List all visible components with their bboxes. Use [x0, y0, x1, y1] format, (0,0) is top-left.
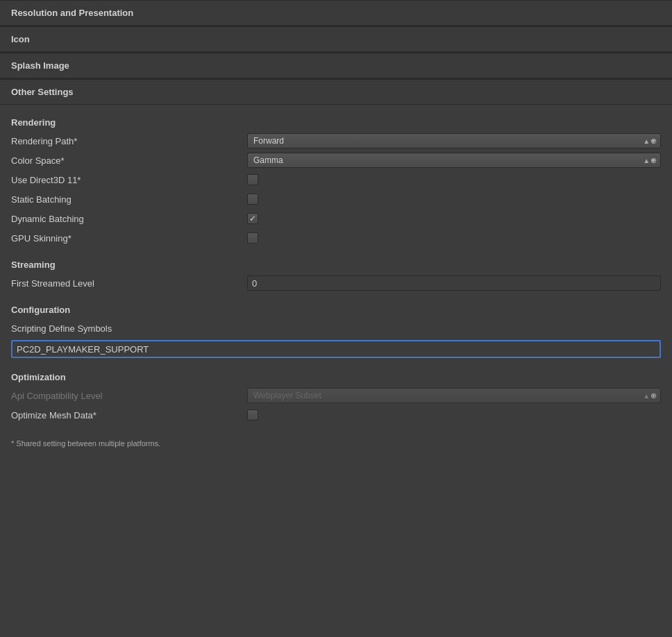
use-direct3d11-row: Use Direct3D 11* — [11, 172, 661, 187]
footnote: * Shared setting between multiple platfo… — [11, 439, 661, 448]
first-streamed-level-control — [247, 275, 661, 291]
splash-image-section-header[interactable]: Splash Image — [0, 53, 672, 78]
splash-image-title: Splash Image — [11, 60, 69, 71]
api-compatibility-level-label: Api Compatibility Level — [11, 391, 247, 401]
gpu-skinning-checkbox[interactable] — [247, 232, 258, 244]
resolution-section-header[interactable]: Resolution and Presentation — [0, 0, 672, 26]
static-batching-checkbox[interactable] — [247, 194, 258, 205]
api-compatibility-level-select[interactable]: Webplayer Subset .NET 2.0 .NET 2.0 Subse… — [247, 388, 661, 403]
icon-title: Icon — [11, 34, 30, 44]
optimize-mesh-data-control — [247, 409, 661, 421]
dynamic-batching-control: ✓ — [247, 213, 661, 224]
color-space-label: Color Space* — [11, 155, 247, 166]
first-streamed-level-input[interactable] — [247, 275, 661, 291]
use-direct3d11-control — [247, 174, 661, 185]
first-streamed-level-label: First Streamed Level — [11, 278, 247, 289]
static-batching-label: Static Batching — [11, 194, 247, 205]
icon-section-header[interactable]: Icon — [0, 26, 672, 52]
configuration-section-title: Configuration — [11, 305, 661, 315]
color-space-select-wrapper: Gamma Linear ▲▼ — [247, 153, 661, 168]
dynamic-batching-row: Dynamic Batching ✓ — [11, 211, 661, 226]
gpu-skinning-control — [247, 232, 661, 244]
optimize-mesh-data-checkbox[interactable] — [247, 409, 258, 421]
scripting-define-symbols-control — [11, 340, 661, 358]
static-batching-row: Static Batching — [11, 192, 661, 207]
use-direct3d11-label: Use Direct3D 11* — [11, 175, 247, 185]
api-compatibility-level-row: Api Compatibility Level Webplayer Subset… — [11, 388, 661, 403]
scripting-define-symbols-label: Scripting Define Symbols — [11, 323, 247, 334]
dynamic-batching-label: Dynamic Batching — [11, 214, 247, 224]
rendering-path-control: Forward Deferred Legacy Vertex Lit Legac… — [247, 133, 661, 148]
optimize-mesh-data-row: Optimize Mesh Data* — [11, 407, 661, 423]
optimization-section-title: Optimization — [11, 372, 661, 382]
gpu-skinning-label: GPU Skinning* — [11, 233, 247, 244]
other-settings-section-header[interactable]: Other Settings — [0, 79, 672, 105]
checkmark-icon: ✓ — [249, 214, 256, 223]
rendering-path-select[interactable]: Forward Deferred Legacy Vertex Lit Legac… — [247, 133, 661, 148]
rendering-section-title: Rendering — [11, 117, 661, 128]
resolution-title: Resolution and Presentation — [11, 8, 133, 18]
rendering-path-row: Rendering Path* Forward Deferred Legacy … — [11, 133, 661, 148]
color-space-select[interactable]: Gamma Linear — [247, 153, 661, 168]
other-settings-title: Other Settings — [11, 87, 74, 97]
gpu-skinning-row: GPU Skinning* — [11, 230, 661, 246]
rendering-path-label: Rendering Path* — [11, 136, 247, 146]
rendering-path-select-wrapper: Forward Deferred Legacy Vertex Lit Legac… — [247, 133, 661, 148]
other-settings-content: Rendering Rendering Path* Forward Deferr… — [0, 105, 672, 459]
api-compatibility-select-wrapper: Webplayer Subset .NET 2.0 .NET 2.0 Subse… — [247, 388, 661, 403]
scripting-define-symbols-input-row — [11, 340, 661, 358]
scripting-define-symbols-label-row: Scripting Define Symbols — [11, 321, 661, 336]
streaming-section-title: Streaming — [11, 260, 661, 270]
color-space-row: Color Space* Gamma Linear ▲▼ — [11, 153, 661, 168]
static-batching-control — [247, 194, 661, 205]
first-streamed-level-row: First Streamed Level — [11, 275, 661, 291]
scripting-define-symbols-input[interactable] — [11, 340, 661, 358]
settings-panel: Resolution and Presentation Icon Splash … — [0, 0, 672, 459]
api-compatibility-level-control: Webplayer Subset .NET 2.0 .NET 2.0 Subse… — [247, 388, 661, 403]
use-direct3d11-checkbox[interactable] — [247, 174, 258, 185]
dynamic-batching-checkbox[interactable]: ✓ — [247, 213, 258, 224]
optimize-mesh-data-label: Optimize Mesh Data* — [11, 410, 247, 421]
color-space-control: Gamma Linear ▲▼ — [247, 153, 661, 168]
